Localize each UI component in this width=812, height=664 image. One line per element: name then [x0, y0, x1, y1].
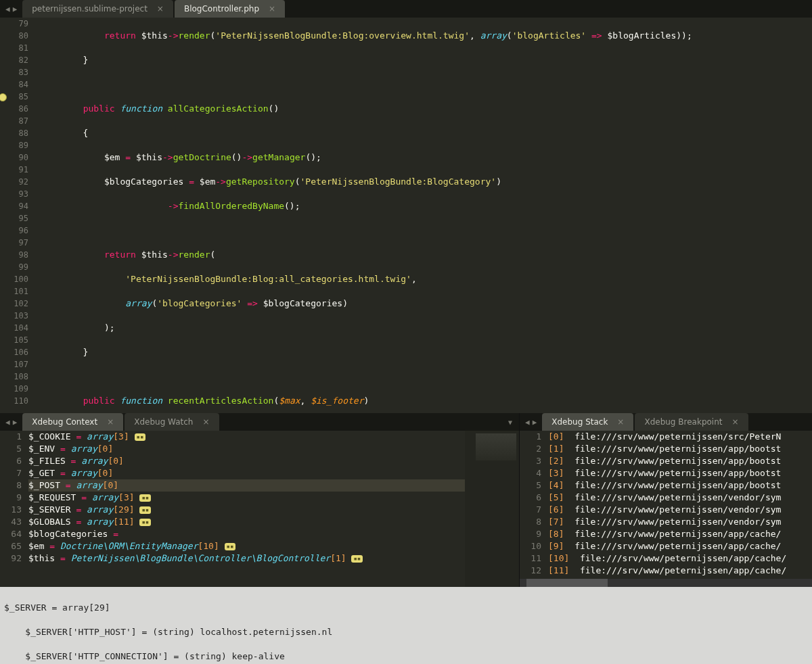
- line-number[interactable]: 101: [0, 285, 28, 298]
- nav-back-icon[interactable]: ◀: [5, 418, 10, 427]
- line-number[interactable]: 109: [0, 383, 28, 395]
- context-row[interactable]: $_ENV = array[0]: [28, 443, 465, 455]
- line-number[interactable]: 81: [0, 42, 28, 54]
- tab-blogcontroller[interactable]: BlogController.php ×: [175, 0, 285, 18]
- line-number[interactable]: 99: [0, 261, 28, 273]
- stack-row[interactable]: [5] file:///srv/www/peternijssen/vendor/…: [548, 492, 812, 504]
- line-number[interactable]: 110: [0, 395, 28, 407]
- line-number[interactable]: 91: [0, 164, 28, 176]
- line-number: 2: [520, 443, 541, 455]
- context-gutter: 1567891343646592: [0, 431, 28, 587]
- output-line: $_SERVER['HTTP_HOST'] = (string) localho…: [4, 626, 808, 638]
- line-number[interactable]: 104: [0, 322, 28, 334]
- stack-code[interactable]: [0] file:///srv/www/peternijssen/src/Pet…: [548, 431, 812, 579]
- close-icon[interactable]: ×: [617, 417, 624, 427]
- output-panel[interactable]: $_SERVER = array[29] $_SERVER['HTTP_HOST…: [0, 587, 812, 664]
- line-number: 10: [520, 540, 541, 552]
- context-row[interactable]: $_FILES = array[0]: [28, 455, 465, 467]
- line-number[interactable]: 102: [0, 298, 28, 310]
- context-row[interactable]: $GLOBALS = array[11] ▪▪: [28, 516, 465, 528]
- tab-xdebug-watch[interactable]: Xdebug Watch×: [125, 413, 219, 431]
- scroll-thumb[interactable]: [526, 579, 608, 587]
- line-number[interactable]: 82: [0, 54, 28, 66]
- stack-row[interactable]: [3] file:///srv/www/peternijssen/app/boo…: [548, 467, 812, 479]
- stack-row[interactable]: [2] file:///srv/www/peternijssen/app/boo…: [548, 455, 812, 467]
- line-number: 65: [0, 540, 22, 552]
- line-number[interactable]: 85: [0, 91, 28, 103]
- context-code[interactable]: $_COOKIE = array[3] ▪▪$_ENV = array[0]$_…: [28, 431, 465, 587]
- line-number[interactable]: 98: [0, 249, 28, 261]
- context-row[interactable]: $_POST = array[0]: [28, 479, 465, 492]
- stack-row[interactable]: [6] file:///srv/www/peternijssen/vendor/…: [548, 504, 812, 516]
- line-number: 1: [520, 431, 541, 443]
- tab-label: BlogController.php: [184, 4, 259, 14]
- code-area[interactable]: return $this->render('PeterNijssenBlogBu…: [37, 18, 812, 413]
- line-number[interactable]: 79: [0, 18, 28, 30]
- context-row[interactable]: $_COOKIE = array[3] ▪▪: [28, 431, 465, 443]
- line-number[interactable]: 96: [0, 224, 28, 237]
- line-number[interactable]: 105: [0, 334, 28, 346]
- line-number: 5: [0, 443, 22, 455]
- line-number[interactable]: 97: [0, 237, 28, 249]
- stack-row[interactable]: [11] file:///srv/www/peternijssen/app/ca…: [548, 565, 812, 577]
- line-number[interactable]: 83: [0, 66, 28, 78]
- scrollbar-horizontal[interactable]: [520, 579, 812, 587]
- nav-back-icon[interactable]: ◀: [5, 5, 10, 14]
- line-number: 13: [0, 504, 22, 516]
- line-number[interactable]: 103: [0, 310, 28, 322]
- line-number: 9: [520, 528, 541, 540]
- tab-xdebug-context[interactable]: Xdebug Context×: [22, 413, 123, 431]
- line-number[interactable]: 95: [0, 212, 28, 224]
- tab-project[interactable]: peternijssen.sublime-project ×: [22, 0, 173, 18]
- nav-fwd-icon[interactable]: ▶: [533, 418, 537, 427]
- pane-menu-icon[interactable]: ▼: [501, 419, 519, 426]
- line-number[interactable]: 84: [0, 78, 28, 91]
- context-row[interactable]: $_GET = array[0]: [28, 467, 465, 479]
- stack-row[interactable]: [1] file:///srv/www/peternijssen/app/boo…: [548, 443, 812, 455]
- close-icon[interactable]: ×: [732, 417, 739, 427]
- line-number[interactable]: 80: [0, 30, 28, 42]
- stack-row[interactable]: [9] file:///srv/www/peternijssen/app/cac…: [548, 540, 812, 552]
- line-number[interactable]: 89: [0, 139, 28, 151]
- stack-row[interactable]: [7] file:///srv/www/peternijssen/vendor/…: [548, 516, 812, 528]
- line-number[interactable]: 94: [0, 200, 28, 212]
- line-number[interactable]: 107: [0, 358, 28, 371]
- close-icon[interactable]: ×: [202, 417, 209, 427]
- stack-row[interactable]: [4] file:///srv/www/peternijssen/app/boo…: [548, 479, 812, 492]
- line-number: 8: [520, 516, 541, 528]
- minimap[interactable]: [465, 431, 519, 587]
- close-icon[interactable]: ×: [157, 4, 164, 14]
- line-number[interactable]: 108: [0, 371, 28, 383]
- line-number[interactable]: 87: [0, 115, 28, 127]
- line-number[interactable]: 86: [0, 103, 28, 115]
- line-number[interactable]: 88: [0, 127, 28, 139]
- nav-fwd-icon[interactable]: ▶: [13, 5, 18, 14]
- line-number: 3: [520, 455, 541, 467]
- tab-xdebug-stack[interactable]: Xdebug Stack×: [542, 413, 633, 431]
- context-row[interactable]: $this = PeterNijssen\BlogBundle\Controll…: [28, 552, 465, 565]
- line-number[interactable]: 100: [0, 273, 28, 285]
- stack-row[interactable]: [0] file:///srv/www/peternijssen/src/Pet…: [548, 431, 812, 443]
- tab-xdebug-breakpoint[interactable]: Xdebug Breakpoint×: [635, 413, 748, 431]
- context-row[interactable]: $blogCategories =: [28, 528, 465, 540]
- nav-back-icon[interactable]: ◀: [525, 418, 530, 427]
- line-number[interactable]: 90: [0, 151, 28, 164]
- stack-row[interactable]: [10] file:///srv/www/peternijssen/app/ca…: [548, 552, 812, 565]
- stack-editor[interactable]: 123456789101112 [0] file:///srv/www/pete…: [520, 431, 812, 579]
- context-row[interactable]: $_REQUEST = array[3] ▪▪: [28, 492, 465, 504]
- line-number[interactable]: 106: [0, 346, 28, 358]
- line-number[interactable]: 92: [0, 176, 28, 188]
- context-row[interactable]: $em = Doctrine\ORM\EntityManager[10] ▪▪: [28, 540, 465, 552]
- nav-fwd-icon[interactable]: ▶: [13, 418, 18, 427]
- close-icon[interactable]: ×: [269, 4, 275, 14]
- context-editor[interactable]: 1567891343646592 $_COOKIE = array[3] ▪▪$…: [0, 431, 519, 587]
- main-editor[interactable]: 7980818283848586878889909192939495969798…: [0, 18, 812, 413]
- context-row[interactable]: $_SERVER = array[29] ▪▪: [28, 504, 465, 516]
- line-number[interactable]: 93: [0, 188, 28, 200]
- stack-row[interactable]: [8] file:///srv/www/peternijssen/app/cac…: [548, 528, 812, 540]
- stack-tab-bar: ◀▶ Xdebug Stack× Xdebug Breakpoint×: [520, 413, 812, 431]
- line-number: 7: [520, 504, 541, 516]
- output-line: $_SERVER = array[29]: [4, 602, 808, 614]
- panel-context: ◀▶ Xdebug Context× Xdebug Watch× ▼ 15678…: [0, 413, 520, 587]
- close-icon[interactable]: ×: [107, 417, 114, 427]
